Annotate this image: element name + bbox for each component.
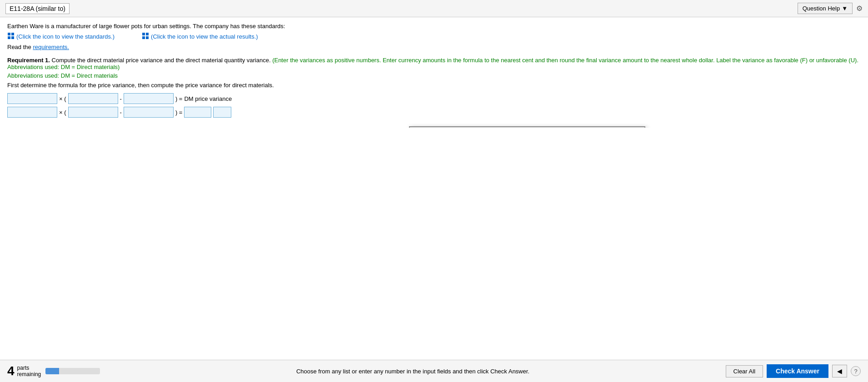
formula-input-1c[interactable]	[124, 93, 174, 104]
formula-input-2b[interactable]	[68, 107, 118, 118]
standards-popup-overlay: i Standards — ✕ Direct materials (resin)…	[409, 126, 645, 128]
page-title: E11-28A (similar to)	[5, 3, 70, 14]
formula-input-1b[interactable]	[68, 93, 118, 104]
question-help-button[interactable]: Question Help ▼	[798, 3, 853, 14]
svg-rect-0	[8, 33, 10, 35]
gear-icon[interactable]: ⚙	[856, 4, 863, 13]
svg-rect-6	[142, 36, 145, 39]
read-requirements: Read the requirements.	[7, 44, 861, 50]
formula-input-2c[interactable]	[124, 107, 174, 118]
actual-results-grid-icon	[142, 32, 149, 41]
standards-grid-icon	[7, 32, 15, 41]
svg-rect-5	[146, 33, 149, 35]
company-description: Earthen Ware is a manufacturer of large …	[7, 23, 861, 30]
requirements-link[interactable]: requirements.	[33, 44, 69, 50]
dm-price-variance-label: DM price variance	[184, 95, 232, 102]
links-row: (Click the icon to view the standards.) …	[7, 32, 861, 41]
svg-rect-7	[146, 36, 149, 39]
actual-results-link[interactable]: (Click the icon to view the actual resul…	[142, 32, 258, 41]
formula-instruction: First determine the formula for the pric…	[7, 82, 861, 89]
abbreviations: Abbreviations used: DM = Direct material…	[7, 72, 861, 79]
svg-rect-1	[11, 33, 14, 35]
svg-rect-3	[11, 36, 14, 39]
formula-input-2d[interactable]	[184, 107, 211, 118]
svg-rect-2	[8, 36, 10, 39]
formula-line-1: × ( - ) = DM price variance	[7, 93, 861, 104]
formula-input-2e[interactable]	[213, 107, 231, 118]
top-bar-right: Question Help ▼ ⚙	[798, 3, 863, 14]
dropdown-arrow-icon: ▼	[842, 5, 848, 12]
standards-popup-header: i Standards — ✕	[410, 127, 644, 128]
main-content: Earthen Ware is a manufacturer of large …	[0, 17, 868, 128]
top-bar: E11-28A (similar to) Question Help ▼ ⚙	[0, 0, 868, 17]
standards-popup: i Standards — ✕ Direct materials (resin)…	[409, 126, 645, 128]
formula-input-1a[interactable]	[7, 93, 57, 104]
standards-link[interactable]: (Click the icon to view the standards.)	[7, 32, 115, 41]
formula-line-2: × ( - ) =	[7, 107, 861, 118]
formula-section: × ( - ) = DM price variance × ( - ) =	[7, 93, 861, 118]
svg-rect-4	[142, 33, 145, 35]
requirement-header: Requirement 1. Compute the direct materi…	[7, 57, 861, 70]
formula-input-2a[interactable]	[7, 107, 57, 118]
